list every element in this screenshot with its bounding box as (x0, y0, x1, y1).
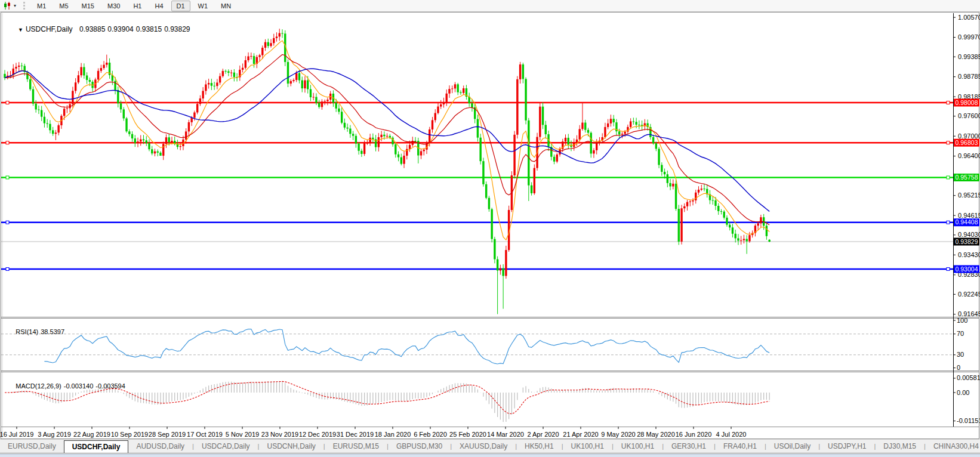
chart-tab-audusd-daily[interactable]: AUDUSD,Daily (128, 440, 192, 453)
price-badge-label: 0.95758 (956, 174, 978, 181)
date-label: 16 Jun 2020 (676, 431, 712, 438)
date-label: 12 Dec 2019 (299, 431, 336, 438)
chart-tab-hk50-h1[interactable]: HK50,H1 (517, 440, 562, 453)
chart-tab-eurusd-m15[interactable]: EURUSD,M15 (325, 440, 387, 453)
timeframe-button-m1[interactable]: M1 (32, 1, 51, 11)
chart-type-icon[interactable]: ▾ (2, 1, 17, 10)
chart-tab-ger30-h1[interactable]: GER30,H1 (664, 440, 714, 453)
timeframe-button-m30[interactable]: M30 (102, 1, 125, 11)
date-label: 18 Jan 2020 (375, 431, 411, 438)
date-label: 4 Jul 2020 (716, 431, 747, 438)
line-handle[interactable] (947, 268, 950, 271)
rsi-axis-label: 0 (957, 364, 960, 371)
chart-tab-usdjpy-h1[interactable]: USDJPY,H1 (820, 440, 874, 453)
chart-canvas[interactable]: 1.005700.999700.993850.987850.981850.976… (0, 12, 980, 439)
line-handle[interactable] (947, 141, 950, 144)
rsi-axis-label: 100 (957, 317, 967, 324)
line-handle[interactable] (947, 176, 950, 179)
price-tick-label: 0.95215 (958, 192, 980, 199)
chart-tab-usdcad-daily[interactable]: USDCAD,Daily (194, 440, 258, 453)
macd-axis-label: 0.00 (957, 389, 969, 396)
line-handle[interactable] (6, 221, 9, 224)
price-tick-label: 0.94030 (958, 231, 980, 238)
date-label: 14 Mar 2020 (487, 431, 524, 438)
date-label: 2 Apr 2020 (527, 431, 559, 438)
timeframe-button-m15[interactable]: M15 (76, 1, 100, 11)
price-tick-label: 0.98785 (958, 73, 980, 80)
timeframe-button-d1[interactable]: D1 (171, 1, 190, 11)
timeframe-button-mn[interactable]: MN (215, 1, 236, 11)
date-label: 28 May 2020 (637, 431, 675, 438)
chart-tab-china300-h4[interactable]: CHINA300,H4 (926, 440, 980, 453)
line-handle[interactable] (6, 176, 9, 179)
timeframe-button-h4[interactable]: H4 (149, 1, 168, 11)
date-label: 5 Nov 2019 (226, 431, 259, 438)
chart-tab-uk100-h1[interactable]: UK100,H1 (563, 440, 612, 453)
line-handle[interactable] (6, 101, 9, 104)
line-handle[interactable] (947, 221, 950, 224)
line-handle[interactable] (947, 101, 950, 104)
date-label: 28 Sep 2019 (149, 431, 186, 438)
date-label: 17 Oct 2019 (187, 431, 223, 438)
line-handle[interactable] (6, 141, 9, 144)
price-badge-label: 0.93004 (956, 265, 978, 273)
chart-frame (0, 12, 980, 439)
chart-tab-eurusd-daily[interactable]: EURUSD,Daily (0, 440, 64, 453)
status-strip (0, 454, 980, 457)
price-badge-label: 0.96803 (956, 139, 978, 146)
chart-tab-usdcnh-daily[interactable]: USDCNH,Daily (259, 440, 323, 453)
price-tick-label: 0.93430 (958, 251, 980, 258)
chart-tab-uk100-h1[interactable]: UK100,H1 (614, 440, 662, 453)
timeframe-button-w1[interactable]: W1 (193, 1, 214, 11)
price-tick-label: 0.99970 (958, 33, 980, 41)
chart-tab-usdchf-daily[interactable]: USDCHF,Daily (64, 440, 129, 453)
date-label: 31 Dec 2019 (337, 431, 374, 438)
price-badge-label: 0.98008 (956, 99, 978, 106)
trading-platform-window: ▾ M1M5M15M30H1H4D1W1MN 1.005700.999700.9… (0, 0, 980, 457)
date-label: 23 Nov 2019 (261, 431, 298, 438)
price-tick-label: 0.94615 (958, 212, 980, 219)
toolbar-grip (23, 2, 26, 10)
date-label: 3 Aug 2019 (38, 431, 71, 438)
timeframe-button-m5[interactable]: M5 (54, 1, 73, 11)
timeframe-toolbar: ▾ M1M5M15M30H1H4D1W1MN (0, 0, 980, 12)
date-label: 9 May 2020 (601, 431, 635, 438)
price-tick-label: 0.96400 (958, 152, 980, 159)
price-tick-label: 0.99385 (958, 53, 980, 60)
date-label: 16 Jul 2019 (0, 431, 33, 438)
date-label: 21 Apr 2020 (563, 431, 598, 438)
macd-axis-label: -0.011514 (957, 417, 980, 424)
price-tick-label: 0.97600 (958, 112, 980, 119)
rsi-axis-label: 70 (957, 330, 964, 337)
chart-tab-bar: EURUSD,DailyUSDCHF,DailyAUDUSD,Daily|USD… (0, 439, 980, 453)
rsi-axis-label: 30 (957, 351, 964, 358)
chart-tab-usoil-daily[interactable]: USOil,Daily (766, 440, 818, 453)
chart-tab-dj30-m15[interactable]: DJ30,M15 (876, 440, 924, 453)
date-label: 10 Sep 2019 (111, 431, 148, 438)
chart-window: 1.005700.999700.993850.987850.981850.976… (0, 12, 980, 439)
date-label: 25 Feb 2020 (449, 431, 486, 438)
timeframe-buttons: M1M5M15M30H1H4D1W1MN (30, 2, 238, 10)
price-tick-label: 1.00570 (958, 14, 980, 21)
price-badge-label: 0.94408 (956, 218, 978, 226)
chart-tab-fra40-h1[interactable]: FRA40,H1 (716, 440, 765, 453)
chart-tab-xauusd-daily[interactable]: XAUUSD,Daily (452, 440, 515, 453)
chart-tab-gbpusd-m30[interactable]: GBPUSD,M30 (389, 440, 450, 453)
date-label: 6 Feb 2020 (414, 431, 447, 438)
price-badge-label: 0.93829 (956, 238, 978, 245)
line-handle[interactable] (6, 268, 9, 271)
macd-axis-label: 0.005818 (957, 374, 980, 381)
chevron-down-icon[interactable]: ▾ (14, 3, 16, 8)
candlestick-chart-icon (3, 2, 12, 10)
price-tick-label: 0.92245 (958, 291, 980, 298)
timeframe-button-h1[interactable]: H1 (128, 1, 147, 11)
date-label: 22 Aug 2019 (73, 431, 110, 438)
